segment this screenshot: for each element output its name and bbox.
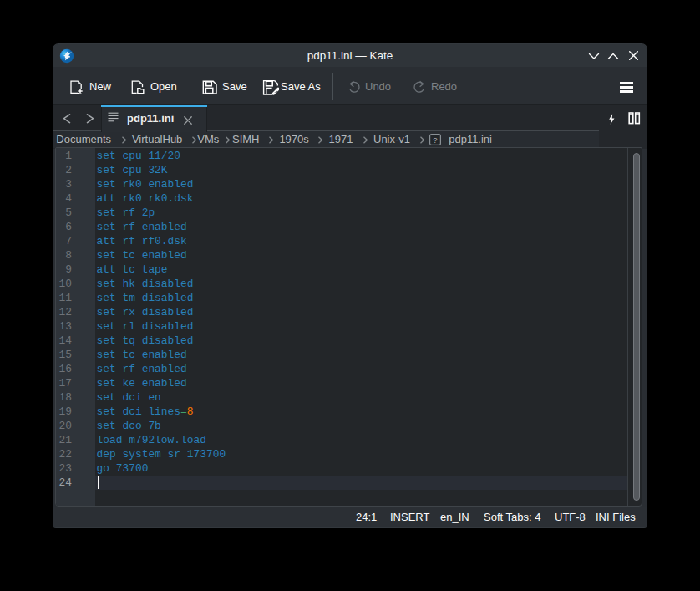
svg-text:?: ? bbox=[433, 135, 437, 145]
